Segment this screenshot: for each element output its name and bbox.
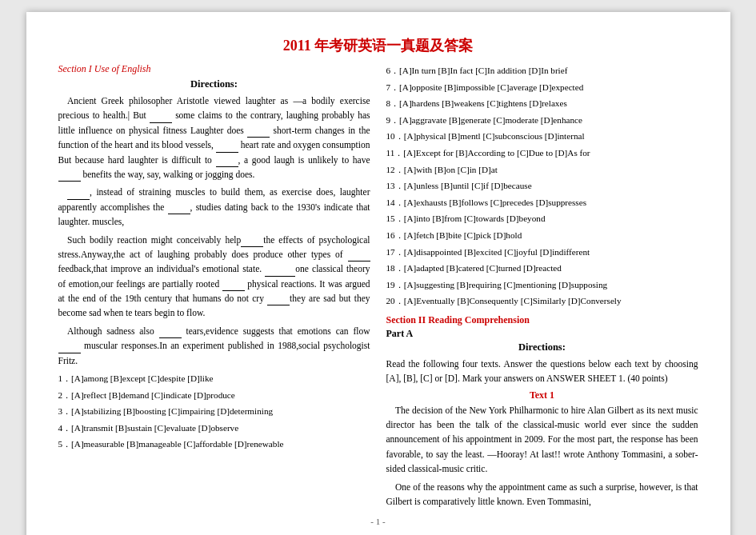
section1-heading: Section I Use of English	[58, 63, 370, 75]
page-number: - 1 -	[58, 517, 698, 526]
answer-3: 3．[A]stabilizing [B]boosting [C]impairin…	[58, 404, 370, 420]
answer-11: 11．[A]Except for [B]According to [C]Due …	[386, 146, 698, 162]
directions2-para: Read the following four texts. Answer th…	[386, 357, 698, 386]
answer-2: 2．[A]reflect [B]demand [C]indicate [D]pr…	[58, 388, 370, 404]
answer-17: 17．[A]disappointed [B]excited [C]joyful …	[386, 245, 698, 261]
answer-19: 19．[A]suggesting [B]requiring [C]mention…	[386, 277, 698, 293]
answer-5: 5．[A]measurable [B]manageable [C]afforda…	[58, 437, 370, 453]
text1-label: Text 1	[386, 389, 698, 401]
answer-7: 7．[A]opposite [B]impossible [C]average […	[386, 80, 698, 96]
page-title: 2011 年考研英语一真题及答案	[58, 36, 698, 55]
passage-text: Ancient Greek philosopher Aristotle view…	[58, 94, 370, 368]
answer-8: 8．[A]hardens [B]weakens [C]tightens [D]r…	[386, 96, 698, 112]
text1-p2: One of the reasons why the appointment c…	[386, 480, 698, 509]
passage-p4: Although sadness also tears,evidence sug…	[58, 324, 370, 368]
answer-20: 20．[A]Eventually [B]Consequently [C]Simi…	[386, 293, 698, 309]
right-column: 6．[A]In turn [B]In fact [C]In addition […	[386, 63, 698, 509]
directions2-text: Read the following four texts. Answer th…	[386, 357, 698, 386]
section2-heading: Section II Reading Comprehension	[386, 314, 698, 326]
answer-13: 13．[A]unless [B]until [C]if [D]because	[386, 178, 698, 194]
passage-p2: , instead of straining muscles to build …	[58, 185, 370, 229]
answer-15: 15．[A]into [B]from [C]towards [D]beyond	[386, 211, 698, 227]
page: 2011 年考研英语一真题及答案 Section I Use of Englis…	[26, 12, 730, 535]
answer-14: 14．[A]exhausts [B]follows [C]precedes [D…	[386, 195, 698, 211]
passage-p3: Such bodily reaction might conceivably h…	[58, 233, 370, 321]
answer-6: 6．[A]In turn [B]In fact [C]In addition […	[386, 63, 698, 79]
answer-items-right: 6．[A]In turn [B]In fact [C]In addition […	[386, 63, 698, 309]
directions2-heading: Directions:	[386, 341, 698, 353]
left-column: Section I Use of English Directions: Anc…	[58, 63, 370, 509]
directions-heading: Directions:	[58, 78, 370, 90]
text1-p1: The decision of the New York Philharmoni…	[386, 403, 698, 477]
answer-16: 16．[A]fetch [B]bite [C]pick [D]hold	[386, 228, 698, 244]
answer-1: 1．[A]among [B]except [C]despite [D]like	[58, 371, 370, 387]
text1-content: The decision of the New York Philharmoni…	[386, 403, 698, 509]
answer-4: 4．[A]transmit [B]sustain [C]evaluate [D]…	[58, 421, 370, 437]
answer-12: 12．[A]with [B]on [C]in [D]at	[386, 162, 698, 178]
part-a-heading: Part A	[386, 328, 698, 340]
answer-items-left: 1．[A]among [B]except [C]despite [D]like …	[58, 371, 370, 453]
answer-18: 18．[A]adapted [B]catered [C]turned [D]re…	[386, 261, 698, 277]
passage-p1: Ancient Greek philosopher Aristotle view…	[58, 94, 370, 182]
answer-9: 9．[A]aggravate [B]generate [C]moderate […	[386, 113, 698, 129]
answer-10: 10．[A]physical [B]mentl [C]subconscious …	[386, 129, 698, 145]
two-column-layout: Section I Use of English Directions: Anc…	[58, 63, 698, 509]
